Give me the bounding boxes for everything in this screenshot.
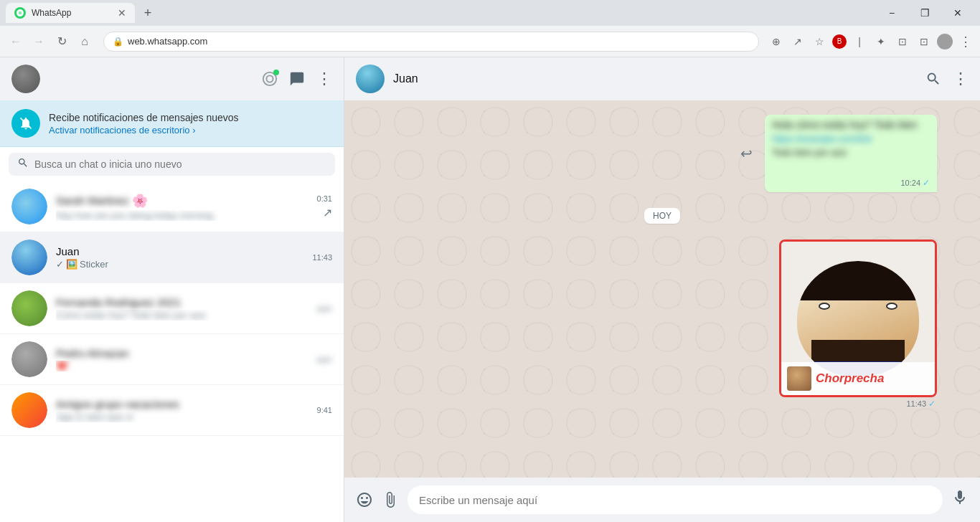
notification-content: Recibe notificaciones de mensajes nuevos… xyxy=(49,112,239,136)
chat-avatar-5 xyxy=(11,392,47,428)
chat-name: Sarah Martinez 🌸 xyxy=(56,193,308,209)
blurred-message-content: Hola cómo estás hoy? Todo bien https://e… xyxy=(772,119,930,176)
sticker-box[interactable]: Chorprecha xyxy=(779,239,937,397)
avatar-image-4 xyxy=(11,341,47,377)
contact-name: Juan xyxy=(393,72,917,85)
browser-actions: ⊕ ↗ ☆ B | ✦ ⊡ ⊡ ⋮ xyxy=(768,33,974,50)
contact-info: Juan xyxy=(393,72,917,85)
sticker-small-thumbnail xyxy=(787,366,811,391)
extension-icon-2[interactable]: | xyxy=(851,33,868,50)
sidebar-header: ⋮ xyxy=(0,57,344,100)
chat-meta-5: 9:41 xyxy=(317,406,332,414)
sticker-eye-right xyxy=(886,303,897,310)
tab-favicon xyxy=(14,7,26,19)
contact-avatar[interactable] xyxy=(356,65,385,93)
chat-content-5: Amigos grupo vacaciones Jaja si claro qu… xyxy=(56,398,308,422)
my-avatar[interactable] xyxy=(11,65,40,93)
contact-avatar-image xyxy=(356,65,385,93)
sticker-eye-left xyxy=(819,303,830,310)
chat-name-3: Fernanda Rodriguez 2021 xyxy=(56,296,308,308)
sticker-timestamp: 11:43 ✓ xyxy=(779,399,937,409)
zoom-icon[interactable]: ⊕ xyxy=(768,33,785,50)
blurred-text-2: Todo bien por acá xyxy=(772,147,930,158)
chat-item-juan[interactable]: Juan ✓ 🖼️ Sticker 11:43 xyxy=(0,232,344,283)
chat-avatar-juan xyxy=(11,239,47,275)
avatar-image xyxy=(11,189,47,224)
chat-name-4: Pedro Almazan xyxy=(56,347,308,359)
chat-menu-button[interactable]: ⋮ xyxy=(953,70,969,88)
forward-icon[interactable]: ↩ xyxy=(740,145,753,162)
sticker-content: Chorprecha xyxy=(781,242,935,395)
search-input[interactable] xyxy=(34,158,326,170)
day-separator: HOY xyxy=(387,208,937,224)
browser-menu-button[interactable]: ⋮ xyxy=(957,33,974,50)
extension-icon-1[interactable]: B xyxy=(832,34,847,49)
my-avatar-image xyxy=(11,65,40,93)
message-sent-blurred: ↩ Hola cómo estás hoy? Todo bien https:/… xyxy=(765,115,937,192)
chat-time-5: 9:41 xyxy=(317,406,332,414)
forwarded-icon: ↗ xyxy=(323,206,332,219)
chat-time: 0:31 xyxy=(317,194,332,203)
address-bar[interactable]: 🔒 web.whatsapp.com xyxy=(103,32,759,52)
notification-action[interactable]: Activar notificaciones de escritorio › xyxy=(49,125,239,136)
new-chat-icon[interactable] xyxy=(289,71,305,87)
security-lock-icon: 🔒 xyxy=(113,37,123,47)
blurred-text: Hola cómo estás hoy? Todo bien xyxy=(772,119,930,130)
sticker-icon: 🖼️ xyxy=(66,259,77,270)
sticker-label-strip: Chorprecha xyxy=(781,362,935,395)
message-bubble-sent-blurred: Hola cómo estás hoy? Todo bien https://e… xyxy=(765,115,937,192)
sidebar: ⋮ Recibe notificaciones de mensajes nuev… xyxy=(0,57,344,522)
share-icon[interactable]: ↗ xyxy=(789,33,806,50)
chat-header: Juan ⋮ xyxy=(344,57,980,100)
tab-title: WhatsApp xyxy=(32,8,71,18)
attach-button[interactable] xyxy=(382,491,399,508)
sidebar-menu-button[interactable]: ⋮ xyxy=(316,70,332,88)
chat-meta-juan: 11:43 xyxy=(312,253,332,262)
message-input[interactable] xyxy=(407,485,943,514)
chat-item-3[interactable]: Fernanda Rodriguez 2021 Como estás hoy? … xyxy=(0,283,344,334)
chat-content: Sarah Martinez 🌸 Hey how are you doing t… xyxy=(56,193,308,221)
extension-icon-5[interactable]: ⊡ xyxy=(915,33,933,50)
extension-icon-4[interactable]: ⊡ xyxy=(894,33,911,50)
extension-icon-3[interactable]: ✦ xyxy=(872,33,890,50)
back-button[interactable]: ← xyxy=(6,32,26,52)
sticker-face-oval xyxy=(797,261,919,376)
sticker-hair xyxy=(797,261,919,300)
forward-button[interactable]: → xyxy=(29,32,49,52)
check-icon: ✓ xyxy=(56,259,64,270)
avatar-image-5 xyxy=(11,392,47,428)
avatar-image-3 xyxy=(11,290,47,326)
notification-banner[interactable]: Recibe notificaciones de mensajes nuevos… xyxy=(0,100,344,147)
bookmark-icon[interactable]: ☆ xyxy=(811,33,828,50)
chat-avatar xyxy=(11,189,47,224)
tab-close-button[interactable]: ✕ xyxy=(118,7,126,19)
refresh-button[interactable]: ↻ xyxy=(52,32,72,52)
new-tab-button[interactable]: + xyxy=(138,3,158,23)
chat-name-5: Amigos grupo vacaciones xyxy=(56,398,308,410)
emoji-button[interactable] xyxy=(356,491,373,508)
chat-content-3: Fernanda Rodriguez 2021 Como estás hoy? … xyxy=(56,296,308,321)
svg-point-1 xyxy=(266,75,273,82)
maximize-button[interactable]: ❐ xyxy=(908,3,941,23)
home-button[interactable]: ⌂ xyxy=(75,32,95,52)
search-icon xyxy=(17,157,29,171)
whatsapp-tab[interactable]: WhatsApp ✕ xyxy=(6,3,135,23)
chat-list: Sarah Martinez 🌸 Hey how are you doing t… xyxy=(0,181,344,522)
minimize-button[interactable]: − xyxy=(875,3,908,23)
chat-preview-5: Jaja si claro que sí xyxy=(56,412,308,422)
chat-content-4: Pedro Almazan ❤️ xyxy=(56,347,308,371)
status-icon[interactable] xyxy=(262,71,278,87)
search-input-wrap[interactable] xyxy=(9,153,335,176)
chat-meta-4: ayer xyxy=(317,355,332,364)
chat-item[interactable]: Sarah Martinez 🌸 Hey how are you doing t… xyxy=(0,181,344,232)
mic-button[interactable] xyxy=(951,489,969,511)
browser-controls: ← → ↻ ⌂ 🔒 web.whatsapp.com ⊕ ↗ ☆ B | ✦ ⊡… xyxy=(0,26,980,57)
profile-icon[interactable] xyxy=(937,34,953,49)
chat-item-4[interactable]: Pedro Almazan ❤️ ayer xyxy=(0,334,344,385)
chat-content-juan: Juan ✓ 🖼️ Sticker xyxy=(56,245,303,270)
chat-item-5[interactable]: Amigos grupo vacaciones Jaja si claro qu… xyxy=(0,385,344,436)
search-chat-button[interactable] xyxy=(925,71,941,87)
avatar-image-juan xyxy=(11,239,47,275)
close-button[interactable]: ✕ xyxy=(941,3,974,23)
notification-title: Recibe notificaciones de mensajes nuevos xyxy=(49,112,239,123)
